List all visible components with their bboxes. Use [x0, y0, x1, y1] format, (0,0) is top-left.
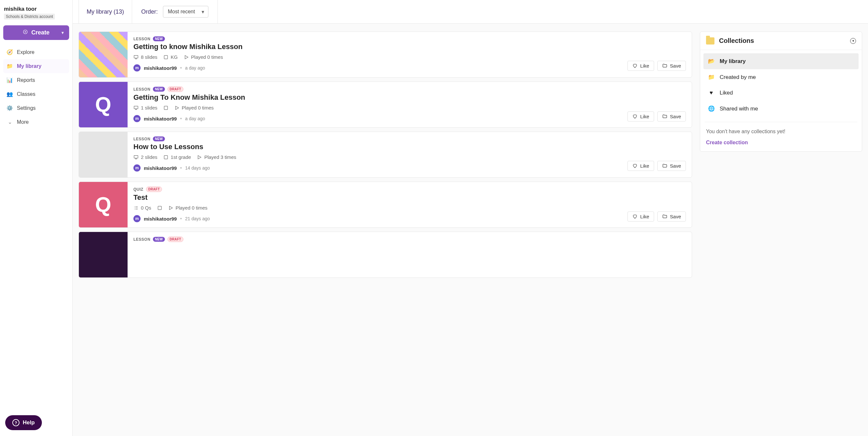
folder-icon: 📁 — [6, 63, 13, 69]
library-card[interactable]: LESSON NEW DRAFT — [79, 232, 692, 278]
card-meta-row: 2 slides 1st grade Played 3 times — [133, 154, 686, 160]
card-type-label: LESSON — [133, 87, 150, 92]
create-button[interactable]: Create ▼ — [3, 25, 69, 40]
plus-circle-icon — [23, 29, 28, 36]
library-list: LESSON NEW Getting to know Mishika Lesso… — [79, 31, 692, 278]
like-button[interactable]: Like — [627, 111, 654, 121]
bar-chart-icon: 📊 — [6, 77, 13, 83]
slides-count: 0 Qs — [133, 205, 151, 210]
chevron-down-icon: ⌄ — [6, 119, 13, 125]
author-row: m mishikatoor99 • 14 days ago — [133, 160, 210, 172]
people-icon: 👥 — [6, 91, 13, 97]
collections-empty-text: You don't have any collections yet! — [700, 124, 862, 137]
sidebar-item-classes[interactable]: 👥 Classes — [3, 87, 69, 101]
library-card[interactable]: Q QUIZ DRAFT Test 0 Qs Played 0 times m … — [79, 182, 692, 228]
create-collection-link[interactable]: Create collection — [700, 137, 862, 151]
order-selected-value: Most recent — [168, 9, 195, 14]
tab-my-library[interactable]: My library (13) — [79, 0, 132, 23]
collection-item-my-library[interactable]: 📂 My library — [704, 53, 859, 69]
collection-item-label: Liked — [720, 90, 733, 96]
save-button[interactable]: Save — [657, 111, 686, 121]
help-button[interactable]: ? Help — [5, 415, 42, 430]
collections-header: Collections ▾ — [700, 32, 862, 50]
chevron-down-icon: ▼ — [61, 31, 65, 35]
like-button[interactable]: Like — [627, 161, 654, 171]
svg-rect-1 — [134, 55, 138, 58]
sidebar-item-reports[interactable]: 📊 Reports — [3, 73, 69, 87]
card-title: How to Use Lessons — [133, 143, 686, 151]
card-thumbnail — [79, 132, 128, 177]
time-ago: a day ago — [185, 116, 205, 121]
svg-rect-6 — [164, 155, 168, 159]
user-block: mishika toor Schools & Districts account — [3, 4, 69, 23]
card-body: LESSON NEW DRAFT — [128, 232, 692, 278]
sidebar-item-my-library[interactable]: 📁 My library — [3, 59, 69, 73]
sidebar-item-more[interactable]: ⌄ More — [3, 115, 69, 129]
avatar: m — [133, 215, 141, 222]
author-name: mishikatoor99 — [144, 216, 177, 222]
help-label: Help — [23, 419, 35, 426]
sidebar-item-settings[interactable]: ⚙️ Settings — [3, 101, 69, 115]
time-ago: 14 days ago — [185, 165, 210, 171]
compass-icon: 🧭 — [6, 49, 13, 55]
avatar: m — [133, 64, 141, 71]
sidebar-item-label: Reports — [17, 77, 35, 83]
plays-count: Played 0 times — [168, 205, 208, 210]
draft-badge: DRAFT — [146, 186, 162, 192]
svg-rect-3 — [134, 106, 138, 109]
order-section: Order: Most recent — [132, 6, 217, 18]
collection-item-label: My library — [720, 58, 746, 65]
topbar: My library (13) Order: Most recent — [73, 0, 868, 24]
like-button[interactable]: Like — [627, 61, 654, 71]
collection-item-label: Created by me — [720, 74, 756, 81]
library-card[interactable]: Q LESSON NEW DRAFT Getting To Know Mishi… — [79, 82, 692, 128]
help-icon: ? — [12, 419, 20, 426]
card-type-label: LESSON — [133, 37, 150, 41]
collection-item-liked[interactable]: ♥ Liked — [704, 85, 859, 101]
grade-label: 1st grade — [163, 154, 191, 160]
author-row: m mishikatoor99 • a day ago — [133, 111, 205, 122]
card-type-label: LESSON — [133, 137, 150, 141]
card-meta-row: 8 slides KG Played 0 times — [133, 54, 686, 60]
collections-column: Collections ▾ 📂 My library 📁 Created by … — [700, 31, 862, 278]
svg-rect-2 — [164, 55, 168, 59]
save-button[interactable]: Save — [657, 61, 686, 71]
card-type-row: LESSON NEW — [133, 137, 686, 141]
avatar: m — [133, 165, 141, 172]
slides-count: 8 slides — [133, 54, 157, 60]
collection-item-created-by-me[interactable]: 📁 Created by me — [704, 69, 859, 85]
card-title: Getting To Know Mishika Lesson — [133, 93, 686, 102]
save-button[interactable]: Save — [657, 161, 686, 171]
expand-icon[interactable]: ▾ — [850, 38, 856, 44]
card-meta-row: 1 slides Played 0 times — [133, 105, 686, 111]
grade-label — [157, 205, 162, 210]
draft-badge: DRAFT — [167, 86, 183, 92]
card-actions: Like Save — [627, 111, 686, 121]
svg-rect-4 — [164, 106, 168, 110]
order-dropdown[interactable]: Most recent — [163, 6, 208, 18]
sidebar: mishika toor Schools & Districts account… — [0, 0, 73, 436]
like-button[interactable]: Like — [627, 211, 654, 222]
save-button[interactable]: Save — [657, 211, 686, 222]
collections-list: 📂 My library 📁 Created by me ♥ Liked — [700, 50, 862, 120]
card-type-row: LESSON NEW DRAFT — [133, 236, 686, 242]
collection-item-shared-with-me[interactable]: 🌐 Shared with me — [704, 101, 859, 117]
slides-count: 1 slides — [133, 105, 157, 111]
folder-icon — [706, 37, 714, 45]
plays-count: Played 3 times — [197, 154, 236, 160]
library-card[interactable]: LESSON NEW Getting to know Mishika Lesso… — [79, 31, 692, 78]
globe-icon: 🌐 — [708, 105, 714, 112]
collections-panel: Collections ▾ 📂 My library 📁 Created by … — [700, 31, 862, 152]
sidebar-item-label: More — [17, 119, 29, 125]
library-card[interactable]: LESSON NEW How to Use Lessons 2 slides 1… — [79, 132, 692, 178]
avatar: m — [133, 115, 141, 122]
card-thumbnail — [79, 232, 128, 278]
card-type-row: LESSON NEW — [133, 36, 686, 41]
author-name: mishikatoor99 — [144, 165, 177, 171]
draft-badge: DRAFT — [167, 236, 183, 242]
account-type-badge: Schools & Districts account — [4, 13, 55, 20]
sidebar-item-explore[interactable]: 🧭 Explore — [3, 45, 69, 59]
card-type-row: QUIZ DRAFT — [133, 186, 686, 192]
card-body: LESSON NEW Getting to know Mishika Lesso… — [128, 32, 692, 77]
sidebar-item-label: Explore — [17, 49, 34, 55]
